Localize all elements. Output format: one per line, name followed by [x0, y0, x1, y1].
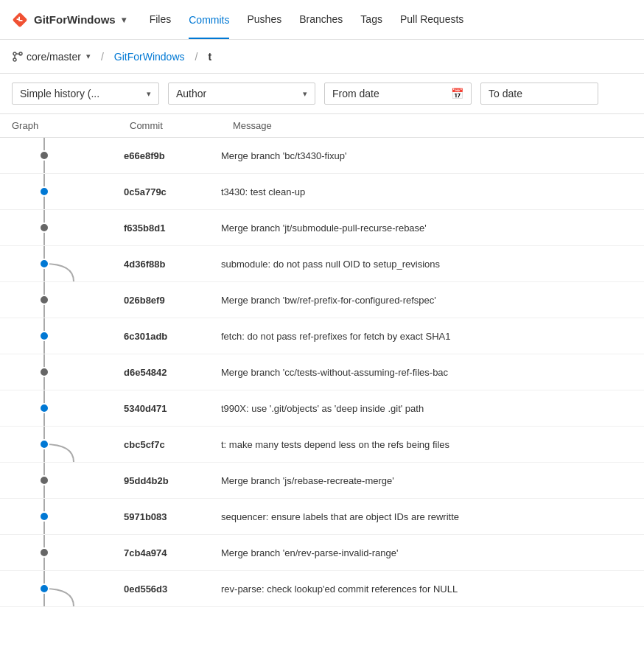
table-row[interactable]: e66e8f9bMerge branch 'bc/t3430-fixup': [0, 138, 644, 174]
commit-hash[interactable]: 0ed556d3: [118, 583, 221, 595]
table-row[interactable]: f635b8d1Merge branch 'jt/submodule-pull-…: [0, 210, 644, 246]
graph-cell: [0, 535, 118, 570]
table-row[interactable]: 95dd4b2bMerge branch 'js/rebase-recreate…: [0, 463, 644, 499]
svg-point-7: [40, 151, 49, 160]
breadcrumb-org[interactable]: GitForWindows: [114, 51, 185, 63]
commit-message: Merge branch 'bw/ref-prefix-for-configur…: [221, 295, 644, 306]
nav-pull-requests[interactable]: Pull Requests: [400, 13, 463, 27]
graph-svg: [4, 174, 114, 209]
svg-point-31: [40, 440, 49, 449]
table-row[interactable]: 026b8ef9Merge branch 'bw/ref-prefix-for-…: [0, 282, 644, 318]
graph-cell: [0, 282, 118, 318]
branch-bar: core/master ▾ / GitForWindows / t: [0, 40, 644, 74]
breadcrumb-slash: /: [195, 51, 198, 63]
table-header: Graph Commit Message: [0, 114, 644, 138]
commit-message: fetch: do not pass ref-prefixes for fetc…: [221, 331, 644, 342]
branch-selector[interactable]: core/master ▾: [12, 51, 91, 63]
table-row[interactable]: cbc5cf7ct: make many tests depend less o…: [0, 427, 644, 463]
graph-svg: [4, 318, 114, 354]
svg-point-10: [40, 187, 49, 196]
graph-cell: [0, 499, 118, 534]
svg-point-37: [40, 512, 49, 521]
commit-hash[interactable]: 0c5a779c: [118, 186, 221, 197]
nav-branches[interactable]: Branches: [299, 13, 343, 27]
col-graph: Graph: [12, 120, 130, 131]
graph-svg: [4, 282, 114, 318]
svg-point-40: [40, 548, 49, 557]
branch-name: core/master: [27, 51, 81, 63]
graph-svg: [4, 390, 114, 426]
table-row[interactable]: d6e54842Merge branch 'cc/tests-without-a…: [0, 354, 644, 390]
graph-cell: [0, 390, 118, 426]
commit-rows: e66e8f9bMerge branch 'bc/t3430-fixup'0c5…: [0, 138, 644, 607]
branch-chevron: ▾: [86, 52, 91, 61]
to-date-filter[interactable]: To date: [480, 83, 598, 105]
top-nav: GitForWindows ▾ Files Commits Pushes Bra…: [0, 0, 644, 40]
commit-hash[interactable]: 6c301adb: [118, 331, 221, 342]
graph-cell: [0, 138, 118, 173]
author-filter-label: Author: [176, 88, 206, 99]
table-row[interactable]: 7cb4a974Merge branch 'en/rev-parse-inval…: [0, 535, 644, 571]
commit-message: t: make many tests depend less on the re…: [221, 439, 644, 450]
svg-point-2: [13, 58, 16, 61]
brand[interactable]: GitForWindows ▾: [12, 12, 126, 28]
svg-point-13: [40, 223, 49, 232]
graph-svg: [4, 463, 114, 498]
graph-cell: [0, 463, 118, 498]
nav-files[interactable]: Files: [150, 13, 172, 27]
commit-message: Merge branch 'bc/t3430-fixup': [221, 150, 644, 161]
commit-message: submodule: do not pass null OID to setup…: [221, 259, 644, 270]
author-filter-dropdown[interactable]: Author ▾: [168, 83, 315, 105]
commit-message: Merge branch 'js/rebase-recreate-merge': [221, 475, 644, 486]
nav-links: Files Commits Pushes Branches Tags Pull …: [150, 13, 464, 27]
commit-hash[interactable]: 4d36f88b: [118, 259, 221, 270]
graph-svg: [4, 210, 114, 245]
table-row[interactable]: 6c301adbfetch: do not pass ref-prefixes …: [0, 318, 644, 354]
table-row[interactable]: 0ed556d3rev-parse: check lookup'ed commi…: [0, 571, 644, 607]
commit-hash[interactable]: f635b8d1: [118, 222, 221, 234]
commit-hash[interactable]: 5340d471: [118, 403, 221, 414]
graph-svg: [4, 138, 114, 173]
graph-svg: [4, 427, 114, 462]
graph-svg: [4, 354, 114, 390]
commit-message: t3430: test clean-up: [221, 186, 644, 197]
commits-table: Graph Commit Message e66e8f9bMerge branc…: [0, 114, 644, 607]
nav-commits[interactable]: Commits: [189, 14, 229, 39]
table-row[interactable]: 4d36f88bsubmodule: do not pass null OID …: [0, 246, 644, 282]
commit-message: Merge branch 'jt/submodule-pull-recurse-…: [221, 222, 644, 234]
filters-bar: Simple history (... ▾ Author ▾ From date…: [0, 74, 644, 114]
commit-hash[interactable]: 026b8ef9: [118, 295, 221, 306]
graph-svg: [4, 499, 114, 534]
table-row[interactable]: 0c5a779ct3430: test clean-up: [0, 174, 644, 210]
brand-name: GitForWindows: [34, 13, 116, 26]
graph-svg: [4, 535, 114, 570]
brand-chevron[interactable]: ▾: [122, 15, 126, 25]
svg-point-25: [40, 368, 49, 376]
commit-hash[interactable]: cbc5cf7c: [118, 439, 221, 450]
svg-point-19: [40, 295, 49, 304]
branch-icon: [12, 51, 24, 63]
commit-hash[interactable]: d6e54842: [118, 367, 221, 378]
svg-point-22: [40, 332, 49, 340]
history-filter-dropdown[interactable]: Simple history (... ▾: [12, 83, 159, 105]
graph-cell: [0, 571, 118, 606]
table-row[interactable]: 5340d471t990X: use '.git/objects' as 'de…: [0, 390, 644, 427]
graph-cell: [0, 210, 118, 245]
commit-hash[interactable]: 5971b083: [118, 511, 221, 522]
nav-pushes[interactable]: Pushes: [247, 13, 281, 27]
svg-point-28: [40, 404, 49, 413]
svg-point-43: [40, 584, 49, 593]
graph-cell: [0, 174, 118, 209]
from-date-filter[interactable]: From date 📅: [324, 83, 472, 105]
graph-cell: [0, 246, 118, 281]
author-chevron-icon: ▾: [303, 89, 307, 99]
brand-icon: [12, 12, 28, 28]
commit-message: sequencer: ensure labels that are object…: [221, 511, 644, 522]
svg-point-34: [40, 476, 49, 485]
commit-hash[interactable]: 95dd4b2b: [118, 475, 221, 486]
commit-message: t990X: use '.git/objects' as 'deep insid…: [221, 403, 644, 414]
table-row[interactable]: 5971b083sequencer: ensure labels that ar…: [0, 499, 644, 535]
commit-hash[interactable]: 7cb4a974: [118, 547, 221, 558]
commit-hash[interactable]: e66e8f9b: [118, 150, 221, 161]
nav-tags[interactable]: Tags: [360, 13, 382, 27]
